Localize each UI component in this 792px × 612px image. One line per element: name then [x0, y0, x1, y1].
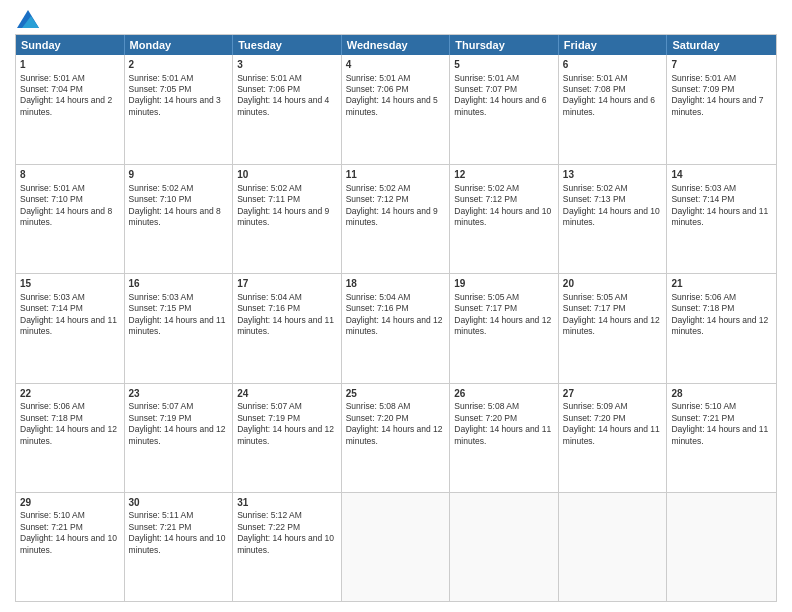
- day-number: 18: [346, 277, 446, 291]
- sunrise-text: Sunrise: 5:01 AM: [671, 73, 772, 84]
- header-wednesday: Wednesday: [342, 35, 451, 55]
- calendar-cell: 22Sunrise: 5:06 AMSunset: 7:18 PMDayligh…: [16, 384, 125, 492]
- sunrise-text: Sunrise: 5:08 AM: [454, 401, 554, 412]
- day-number: 12: [454, 168, 554, 182]
- calendar-cell: 8Sunrise: 5:01 AMSunset: 7:10 PMDaylight…: [16, 165, 125, 273]
- sunset-text: Sunset: 7:17 PM: [563, 303, 663, 314]
- calendar-cell: 29Sunrise: 5:10 AMSunset: 7:21 PMDayligh…: [16, 493, 125, 601]
- day-number: 3: [237, 58, 337, 72]
- sunset-text: Sunset: 7:12 PM: [454, 194, 554, 205]
- day-number: 9: [129, 168, 229, 182]
- calendar-body: 1Sunrise: 5:01 AMSunset: 7:04 PMDaylight…: [16, 55, 776, 601]
- day-number: 19: [454, 277, 554, 291]
- day-number: 16: [129, 277, 229, 291]
- sunset-text: Sunset: 7:15 PM: [129, 303, 229, 314]
- sunset-text: Sunset: 7:05 PM: [129, 84, 229, 95]
- page: Sunday Monday Tuesday Wednesday Thursday…: [0, 0, 792, 612]
- sunset-text: Sunset: 7:16 PM: [237, 303, 337, 314]
- sunset-text: Sunset: 7:17 PM: [454, 303, 554, 314]
- daylight-text: Daylight: 14 hours and 11 minutes.: [671, 424, 772, 447]
- calendar-cell: 5Sunrise: 5:01 AMSunset: 7:07 PMDaylight…: [450, 55, 559, 164]
- calendar-week-2: 8Sunrise: 5:01 AMSunset: 7:10 PMDaylight…: [16, 164, 776, 273]
- calendar-cell: [667, 493, 776, 601]
- calendar-cell: [342, 493, 451, 601]
- sunrise-text: Sunrise: 5:06 AM: [20, 401, 120, 412]
- day-number: 27: [563, 387, 663, 401]
- sunset-text: Sunset: 7:10 PM: [20, 194, 120, 205]
- day-number: 24: [237, 387, 337, 401]
- daylight-text: Daylight: 14 hours and 7 minutes.: [671, 95, 772, 118]
- calendar-cell: 19Sunrise: 5:05 AMSunset: 7:17 PMDayligh…: [450, 274, 559, 382]
- header-saturday: Saturday: [667, 35, 776, 55]
- day-number: 14: [671, 168, 772, 182]
- sunrise-text: Sunrise: 5:04 AM: [237, 292, 337, 303]
- calendar-cell: 10Sunrise: 5:02 AMSunset: 7:11 PMDayligh…: [233, 165, 342, 273]
- sunset-text: Sunset: 7:04 PM: [20, 84, 120, 95]
- day-number: 26: [454, 387, 554, 401]
- day-number: 5: [454, 58, 554, 72]
- sunset-text: Sunset: 7:07 PM: [454, 84, 554, 95]
- day-number: 23: [129, 387, 229, 401]
- sunset-text: Sunset: 7:16 PM: [346, 303, 446, 314]
- sunset-text: Sunset: 7:06 PM: [237, 84, 337, 95]
- day-number: 6: [563, 58, 663, 72]
- calendar: Sunday Monday Tuesday Wednesday Thursday…: [15, 34, 777, 602]
- day-number: 15: [20, 277, 120, 291]
- daylight-text: Daylight: 14 hours and 12 minutes.: [129, 424, 229, 447]
- day-number: 29: [20, 496, 120, 510]
- day-number: 1: [20, 58, 120, 72]
- day-number: 4: [346, 58, 446, 72]
- calendar-cell: 18Sunrise: 5:04 AMSunset: 7:16 PMDayligh…: [342, 274, 451, 382]
- sunset-text: Sunset: 7:06 PM: [346, 84, 446, 95]
- daylight-text: Daylight: 14 hours and 9 minutes.: [346, 206, 446, 229]
- calendar-cell: 26Sunrise: 5:08 AMSunset: 7:20 PMDayligh…: [450, 384, 559, 492]
- daylight-text: Daylight: 14 hours and 8 minutes.: [129, 206, 229, 229]
- calendar-week-1: 1Sunrise: 5:01 AMSunset: 7:04 PMDaylight…: [16, 55, 776, 164]
- sunset-text: Sunset: 7:11 PM: [237, 194, 337, 205]
- daylight-text: Daylight: 14 hours and 11 minutes.: [454, 424, 554, 447]
- daylight-text: Daylight: 14 hours and 8 minutes.: [20, 206, 120, 229]
- calendar-cell: 3Sunrise: 5:01 AMSunset: 7:06 PMDaylight…: [233, 55, 342, 164]
- calendar-cell: 23Sunrise: 5:07 AMSunset: 7:19 PMDayligh…: [125, 384, 234, 492]
- sunrise-text: Sunrise: 5:05 AM: [563, 292, 663, 303]
- daylight-text: Daylight: 14 hours and 12 minutes.: [454, 315, 554, 338]
- sunrise-text: Sunrise: 5:12 AM: [237, 510, 337, 521]
- header-monday: Monday: [125, 35, 234, 55]
- sunrise-text: Sunrise: 5:06 AM: [671, 292, 772, 303]
- sunrise-text: Sunrise: 5:03 AM: [671, 183, 772, 194]
- sunset-text: Sunset: 7:10 PM: [129, 194, 229, 205]
- sunset-text: Sunset: 7:19 PM: [129, 413, 229, 424]
- calendar-cell: 31Sunrise: 5:12 AMSunset: 7:22 PMDayligh…: [233, 493, 342, 601]
- sunset-text: Sunset: 7:08 PM: [563, 84, 663, 95]
- sunset-text: Sunset: 7:20 PM: [454, 413, 554, 424]
- calendar-cell: 11Sunrise: 5:02 AMSunset: 7:12 PMDayligh…: [342, 165, 451, 273]
- sunrise-text: Sunrise: 5:01 AM: [20, 183, 120, 194]
- day-number: 31: [237, 496, 337, 510]
- sunrise-text: Sunrise: 5:09 AM: [563, 401, 663, 412]
- calendar-cell: 7Sunrise: 5:01 AMSunset: 7:09 PMDaylight…: [667, 55, 776, 164]
- daylight-text: Daylight: 14 hours and 11 minutes.: [237, 315, 337, 338]
- daylight-text: Daylight: 14 hours and 6 minutes.: [454, 95, 554, 118]
- day-number: 7: [671, 58, 772, 72]
- sunset-text: Sunset: 7:12 PM: [346, 194, 446, 205]
- sunset-text: Sunset: 7:18 PM: [20, 413, 120, 424]
- calendar-cell: 25Sunrise: 5:08 AMSunset: 7:20 PMDayligh…: [342, 384, 451, 492]
- daylight-text: Daylight: 14 hours and 10 minutes.: [129, 533, 229, 556]
- calendar-cell: 20Sunrise: 5:05 AMSunset: 7:17 PMDayligh…: [559, 274, 668, 382]
- calendar-cell: [559, 493, 668, 601]
- header: [15, 10, 777, 28]
- calendar-week-4: 22Sunrise: 5:06 AMSunset: 7:18 PMDayligh…: [16, 383, 776, 492]
- calendar-cell: 30Sunrise: 5:11 AMSunset: 7:21 PMDayligh…: [125, 493, 234, 601]
- logo-icon: [17, 10, 39, 28]
- daylight-text: Daylight: 14 hours and 9 minutes.: [237, 206, 337, 229]
- sunrise-text: Sunrise: 5:01 AM: [129, 73, 229, 84]
- daylight-text: Daylight: 14 hours and 11 minutes.: [563, 424, 663, 447]
- calendar-cell: 9Sunrise: 5:02 AMSunset: 7:10 PMDaylight…: [125, 165, 234, 273]
- daylight-text: Daylight: 14 hours and 11 minutes.: [671, 206, 772, 229]
- daylight-text: Daylight: 14 hours and 2 minutes.: [20, 95, 120, 118]
- daylight-text: Daylight: 14 hours and 10 minutes.: [454, 206, 554, 229]
- day-number: 17: [237, 277, 337, 291]
- calendar-cell: 13Sunrise: 5:02 AMSunset: 7:13 PMDayligh…: [559, 165, 668, 273]
- sunrise-text: Sunrise: 5:02 AM: [237, 183, 337, 194]
- sunset-text: Sunset: 7:21 PM: [671, 413, 772, 424]
